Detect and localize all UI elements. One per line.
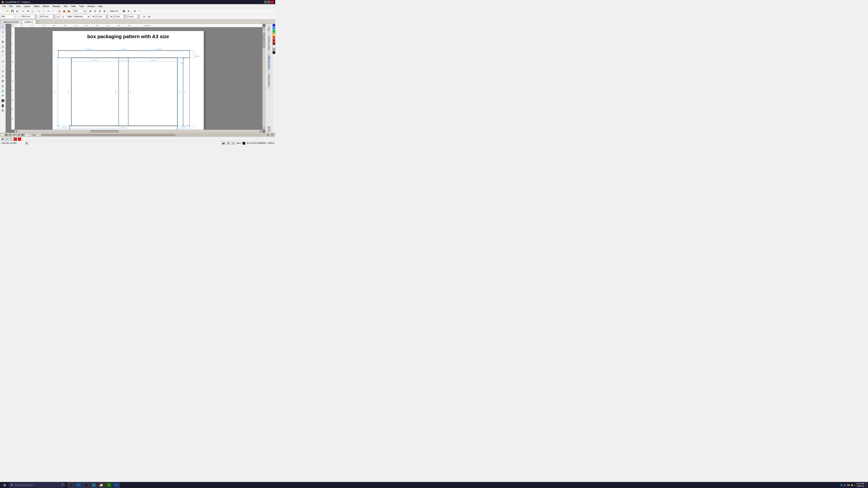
freehand-tool[interactable]: ✏ — [1, 49, 5, 54]
menu-help[interactable]: Help — [97, 5, 104, 8]
export-button[interactable]: 📥 — [67, 9, 71, 13]
units-dropdown[interactable]: millimeters inches centimeters — [73, 15, 90, 19]
ellipse-tool[interactable]: ○ — [1, 64, 5, 68]
smart-fill[interactable]: ⊕ — [1, 108, 5, 113]
fill-tool[interactable]: ▓ — [1, 103, 5, 108]
dup2-down[interactable]: ▼ — [137, 17, 140, 18]
palette-white[interactable] — [273, 45, 275, 48]
options-arrow[interactable]: ▾ — [137, 9, 142, 13]
scroll-thumb-horizontal[interactable] — [90, 130, 119, 132]
blend-tool[interactable]: ⬛ — [1, 98, 5, 103]
redo-button[interactable]: ↪ — [46, 9, 51, 13]
tab-welcome[interactable]: Welcome Screen — [1, 20, 22, 24]
view3-button[interactable]: ⊕ — [102, 9, 106, 13]
scroll-up-button[interactable]: ▲ — [262, 27, 266, 30]
shape-tool[interactable]: ◇ — [1, 29, 5, 34]
eyedrop-tool[interactable]: 💧 — [1, 88, 5, 93]
scroll-right-button[interactable]: ▶ — [259, 130, 262, 133]
undo-button[interactable]: ↩ — [37, 9, 41, 13]
zoom-page-button[interactable]: ⊕ — [147, 14, 151, 19]
restore-button[interactable]: ❐ — [267, 1, 270, 4]
rect-tool[interactable]: ▭ — [1, 59, 5, 63]
menu-table[interactable]: Table — [69, 5, 77, 8]
nudge-input[interactable] — [95, 15, 106, 18]
view-mode-btn2[interactable]: 👁 — [126, 9, 131, 13]
scrollbar-horizontal[interactable]: ◀ ▶ — [15, 130, 262, 133]
cut-button[interactable]: ✂ — [21, 9, 25, 13]
open-button[interactable]: 📂 — [5, 9, 10, 13]
menu-layout[interactable]: Layout — [22, 5, 32, 8]
palette-yellow[interactable] — [273, 33, 275, 36]
width-input[interactable] — [21, 15, 34, 18]
dup2-up[interactable]: ▲ — [137, 15, 140, 17]
page-zoom-in[interactable]: ⊕ — [270, 133, 274, 136]
palette-orange[interactable] — [273, 36, 275, 39]
landscape-button[interactable]: ▯ — [61, 14, 65, 19]
zoom-tool[interactable]: 🔍 — [1, 44, 5, 49]
table-tool[interactable]: ⊞ — [1, 79, 5, 83]
palette-gray[interactable] — [273, 48, 275, 51]
menu-file[interactable]: File — [1, 5, 7, 8]
fit-page-button[interactable]: ⊞ — [88, 9, 92, 13]
menu-bitmaps[interactable]: Bitmaps — [51, 5, 62, 8]
page-last-button[interactable]: ▶▶ — [21, 133, 24, 136]
page-first-button[interactable]: ◀◀ — [4, 133, 7, 136]
panel-up-button[interactable]: ▲ — [267, 126, 271, 129]
crop-tool[interactable]: ⊞ — [1, 39, 5, 44]
menu-edit[interactable]: Edit — [7, 5, 14, 8]
text-tool[interactable]: A — [1, 74, 5, 78]
status-play-button[interactable]: ▶ — [25, 142, 28, 145]
status-camera-button[interactable]: 📷 — [222, 142, 225, 145]
object-size-arrow[interactable]: ▾ — [14, 16, 15, 18]
nudge-down[interactable]: ▼ — [106, 17, 108, 18]
portrait-button[interactable]: ▭ — [56, 14, 60, 19]
scrollbar-vertical[interactable]: ▲ ▼ — [262, 27, 266, 130]
redo-arrow[interactable]: ▾ — [51, 9, 55, 13]
quick-stop-button[interactable]: ✕ — [13, 138, 17, 141]
zoom-dropdown[interactable]: 50% 25% 75% 100% — [73, 9, 86, 13]
page-next-button[interactable]: ▶ — [18, 133, 21, 136]
status-settings-button[interactable]: ⚙ — [227, 142, 230, 145]
menu-tools[interactable]: Tools — [78, 5, 86, 8]
undo-arrow[interactable]: ▾ — [41, 9, 46, 13]
height-down[interactable]: ▼ — [53, 17, 55, 18]
view2-button[interactable]: ⊛ — [98, 9, 102, 13]
height-up[interactable]: ▲ — [53, 15, 55, 17]
options-button[interactable]: ⚙ — [133, 9, 137, 13]
save-button[interactable]: 💾 — [10, 9, 14, 13]
minimize-button[interactable]: ─ — [264, 1, 267, 4]
parallel-tool[interactable]: ∥ — [1, 84, 5, 88]
width-up[interactable]: ▲ — [34, 15, 37, 17]
tab-add-button[interactable]: + — [36, 20, 39, 24]
dup1-up[interactable]: ▲ — [123, 15, 126, 17]
interactive-tool[interactable]: ✦ — [1, 93, 5, 98]
menu-window[interactable]: Window — [86, 5, 96, 8]
publish-button[interactable]: 📤 — [62, 9, 66, 13]
tab-object-props[interactable]: Object Properties — [267, 34, 271, 53]
palette-lightblue[interactable] — [273, 27, 275, 30]
palette-darkred[interactable] — [273, 42, 275, 45]
paste-button[interactable]: 📋 — [31, 9, 35, 13]
menu-view[interactable]: View — [14, 5, 22, 8]
status-x-button[interactable]: ✕ — [231, 142, 235, 145]
menu-effects[interactable]: Effects — [41, 5, 51, 8]
view1-button[interactable]: ⊡ — [93, 9, 97, 13]
nudge-type-button[interactable]: ⊡ — [142, 14, 146, 19]
panel-down-button[interactable]: ▼ — [267, 129, 271, 132]
quick-pen-button[interactable]: ✏ — [5, 138, 9, 141]
print-button[interactable]: 🖨 — [15, 9, 19, 13]
palette-green[interactable] — [273, 30, 275, 33]
dup1-input[interactable] — [113, 15, 123, 18]
scroll-left-button[interactable]: ◀ — [15, 130, 18, 133]
palette-blue[interactable] — [273, 24, 275, 27]
select-tool[interactable]: ↖ — [1, 25, 5, 29]
page-prev-button[interactable]: ◀ — [8, 133, 11, 136]
new-button[interactable]: 📄 — [1, 9, 5, 13]
tab-transformations[interactable]: Transformations — [267, 72, 271, 89]
view-mode-btn1[interactable]: 🖼 — [122, 9, 126, 13]
snap-to-label[interactable]: Snap To ▾ — [109, 9, 120, 13]
width-down[interactable]: ▼ — [34, 17, 37, 18]
curve-tool[interactable]: ⌒ — [1, 54, 5, 59]
polygon-tool[interactable]: ⬡ — [1, 69, 5, 73]
close-button[interactable]: ✕ — [271, 1, 274, 4]
